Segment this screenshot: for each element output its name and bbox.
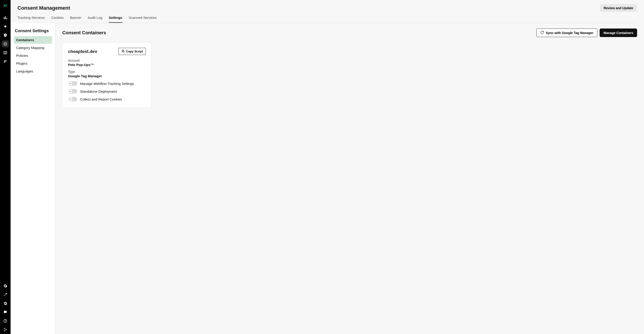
tabs: Tracking Services Cookies Banner Audit L… — [18, 16, 637, 23]
sidebar-item-policies[interactable]: Policies — [14, 52, 52, 59]
map-icon[interactable] — [2, 49, 9, 56]
chat-icon[interactable] — [2, 309, 9, 316]
tab-tracking-services[interactable]: Tracking Services — [18, 16, 45, 23]
toggle-row-collect: Collect and Report Cookies — [68, 97, 146, 102]
toggle-webflow-label: Manage Webflow Tracking Settings — [80, 82, 134, 86]
svg-rect-2 — [6, 18, 7, 19]
page-title: Consent Management — [18, 5, 70, 11]
svg-point-8 — [6, 44, 6, 45]
toggle-knob — [68, 82, 72, 85]
toggle-webflow[interactable] — [68, 81, 77, 86]
svg-rect-0 — [4, 18, 4, 19]
svg-rect-1 — [5, 16, 6, 19]
shield-icon[interactable] — [2, 32, 9, 39]
tab-settings[interactable]: Settings — [109, 16, 122, 23]
tab-banner[interactable]: Banner — [70, 16, 81, 23]
copy-script-label: Copy Script — [126, 50, 143, 53]
nav-rail — [0, 0, 10, 334]
bolt-icon[interactable] — [2, 23, 9, 30]
svg-point-6 — [6, 43, 6, 44]
sidebar-title: Consent Settings — [14, 28, 52, 33]
settings-sidebar: Consent Settings Containers Category Map… — [10, 23, 56, 334]
logo-icon — [3, 3, 8, 8]
page-header: Consent Management Review and Update Tra… — [10, 0, 644, 23]
toggle-row-webflow: Manage Webflow Tracking Settings — [68, 81, 146, 86]
sidebar-item-category-mapping[interactable]: Category Mapping — [14, 44, 52, 52]
cookie-icon[interactable] — [2, 40, 9, 48]
svg-point-14 — [5, 322, 5, 322]
svg-point-4 — [4, 42, 7, 46]
container-domain: cheaptest.dev — [68, 49, 97, 54]
container-card: cheaptest.dev Copy Script Account Pete P… — [62, 42, 152, 108]
svg-point-7 — [4, 44, 5, 45]
sidebar-item-plugins[interactable]: Plugins — [14, 60, 52, 67]
list-icon[interactable] — [2, 58, 9, 65]
toggle-knob — [68, 97, 72, 101]
sync-icon — [540, 30, 544, 35]
gear-icon[interactable] — [2, 282, 9, 289]
panel: Consent Containers Sync with Google Tag … — [56, 23, 644, 334]
toggle-knob — [68, 90, 72, 93]
toggle-standalone-label: Standalone Deployment — [80, 90, 117, 94]
toggle-collect-label: Collect and Report Cookies — [80, 97, 122, 101]
tab-audit-log[interactable]: Audit Log — [88, 16, 102, 23]
toggle-standalone[interactable] — [68, 89, 77, 94]
gear-icon-2[interactable] — [2, 300, 9, 307]
analytics-icon[interactable] — [2, 14, 9, 21]
svg-point-5 — [4, 43, 5, 44]
help-icon[interactable] — [2, 318, 9, 324]
panel-title: Consent Containers — [62, 30, 106, 36]
sync-gtm-label: Sync with Google Tag Manager — [546, 31, 594, 35]
account-value: Pete Pop-Ups™ — [68, 63, 146, 67]
tab-cookies[interactable]: Cookies — [51, 16, 64, 23]
logout-icon[interactable] — [2, 326, 9, 333]
toggle-collect[interactable] — [68, 97, 77, 102]
sidebar-item-languages[interactable]: Languages — [14, 68, 52, 75]
copy-icon — [122, 50, 125, 53]
manage-containers-button[interactable]: Manage Containers — [600, 28, 637, 37]
account-label: Account — [68, 59, 146, 62]
toggle-row-standalone: Standalone Deployment — [68, 89, 146, 94]
wand-icon[interactable] — [2, 291, 9, 298]
review-update-button[interactable]: Review and Update — [600, 4, 637, 12]
type-label: Type — [68, 70, 146, 74]
sidebar-item-containers[interactable]: Containers — [14, 36, 52, 44]
svg-point-3 — [5, 34, 6, 36]
tab-scanned-services[interactable]: Scanned Services — [129, 16, 157, 23]
copy-script-button[interactable]: Copy Script — [118, 48, 146, 55]
type-value: Google Tag Manager — [68, 74, 146, 78]
sync-gtm-button[interactable]: Sync with Google Tag Manager — [536, 28, 597, 37]
